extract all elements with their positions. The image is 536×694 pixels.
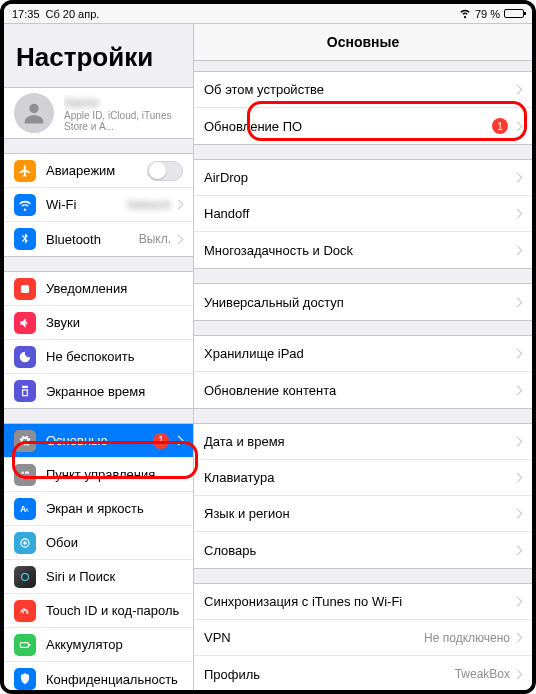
airdrop-label: AirDrop <box>204 170 514 185</box>
chevron-icon <box>514 350 522 357</box>
airplane-toggle[interactable] <box>147 161 183 181</box>
software-update-badge: 1 <box>492 118 508 134</box>
sidebar-item-general[interactable]: Основные 1 <box>4 424 193 458</box>
chevron-icon <box>514 671 522 678</box>
status-date: Сб 20 апр. <box>46 8 100 20</box>
detail-item-accessibility[interactable]: Универсальный доступ <box>194 284 532 320</box>
chevron-icon <box>514 598 522 605</box>
detail-item-background-refresh[interactable]: Обновление контента <box>194 372 532 408</box>
detail-item-datetime[interactable]: Дата и время <box>194 424 532 460</box>
profile-value: TweakBox <box>455 667 510 681</box>
detail-item-language[interactable]: Язык и регион <box>194 496 532 532</box>
wifi-value: Network <box>127 198 171 212</box>
detail-item-about[interactable]: Об этом устройстве <box>194 72 532 108</box>
svg-rect-4 <box>21 476 25 478</box>
chevron-icon <box>514 387 522 394</box>
detail-item-software-update[interactable]: Обновление ПО 1 <box>194 108 532 144</box>
bluetooth-label: Bluetooth <box>46 232 139 247</box>
account-row[interactable]: Name Apple ID, iCloud, iTunes Store и A.… <box>4 88 193 138</box>
vpn-value: Не подключено <box>424 631 510 645</box>
sidebar-item-bluetooth[interactable]: Bluetooth Выкл. <box>4 222 193 256</box>
wallpaper-icon <box>14 532 36 554</box>
chevron-icon <box>514 123 522 130</box>
display-icon: AA <box>14 498 36 520</box>
avatar-icon <box>14 93 54 133</box>
bluetooth-value: Выкл. <box>139 232 171 246</box>
sidebar-item-notifications[interactable]: Уведомления <box>4 272 193 306</box>
gear-icon <box>14 430 36 452</box>
dnd-label: Не беспокоить <box>46 349 183 364</box>
sidebar-item-privacy[interactable]: Конфиденциальность <box>4 662 193 690</box>
general-badge: 1 <box>153 433 169 449</box>
notifications-label: Уведомления <box>46 281 183 296</box>
airplane-label: Авиарежим <box>46 163 147 178</box>
keyboard-label: Клавиатура <box>204 470 514 485</box>
chevron-icon <box>175 236 183 243</box>
dictionary-label: Словарь <box>204 543 514 558</box>
sidebar-item-siri[interactable]: Siri и Поиск <box>4 560 193 594</box>
about-label: Об этом устройстве <box>204 82 514 97</box>
detail-item-handoff[interactable]: Handoff <box>194 196 532 232</box>
screentime-label: Экранное время <box>46 384 183 399</box>
battery-settings-icon <box>14 634 36 656</box>
profile-label: Профиль <box>204 667 455 682</box>
chevron-icon <box>514 510 522 517</box>
svg-point-10 <box>22 573 29 580</box>
vpn-label: VPN <box>204 630 424 645</box>
detail-item-dictionary[interactable]: Словарь <box>194 532 532 568</box>
sidebar-item-wallpaper[interactable]: Обои <box>4 526 193 560</box>
settings-title: Настройки <box>4 24 193 83</box>
battery-icon <box>504 9 524 18</box>
detail-item-itunes-sync[interactable]: Синхронизация с iTunes по Wi-Fi <box>194 584 532 620</box>
svg-point-0 <box>29 104 38 113</box>
screentime-icon <box>14 380 36 402</box>
touchid-label: Touch ID и код-пароль <box>46 603 183 618</box>
sidebar-item-display[interactable]: AA Экран и яркость <box>4 492 193 526</box>
detail-item-airdrop[interactable]: AirDrop <box>194 160 532 196</box>
accessibility-label: Универсальный доступ <box>204 295 514 310</box>
background-refresh-label: Обновление контента <box>204 383 514 398</box>
sidebar-item-battery[interactable]: Аккумулятор <box>4 628 193 662</box>
svg-rect-1 <box>21 284 29 292</box>
privacy-label: Конфиденциальность <box>46 672 183 687</box>
chevron-icon <box>514 174 522 181</box>
sidebar-item-screentime[interactable]: Экранное время <box>4 374 193 408</box>
dnd-icon <box>14 346 36 368</box>
airplane-icon <box>14 160 36 182</box>
datetime-label: Дата и время <box>204 434 514 449</box>
detail-item-vpn[interactable]: VPN Не подключено <box>194 620 532 656</box>
svg-rect-11 <box>20 642 28 647</box>
multitasking-label: Многозадачность и Dock <box>204 243 514 258</box>
storage-label: Хранилище iPad <box>204 346 514 361</box>
software-update-label: Обновление ПО <box>204 119 492 134</box>
chevron-icon <box>514 438 522 445</box>
sidebar-item-dnd[interactable]: Не беспокоить <box>4 340 193 374</box>
chevron-icon <box>514 634 522 641</box>
sidebar-item-wifi[interactable]: Wi-Fi Network <box>4 188 193 222</box>
siri-label: Siri и Поиск <box>46 569 183 584</box>
control-center-icon <box>14 464 36 486</box>
detail-pane: Основные Об этом устройстве Обновление П… <box>194 24 532 690</box>
svg-point-2 <box>22 471 24 473</box>
svg-point-5 <box>26 476 28 478</box>
sidebar-item-airplane[interactable]: Авиарежим <box>4 154 193 188</box>
detail-item-multitasking[interactable]: Многозадачность и Dock <box>194 232 532 268</box>
detail-title: Основные <box>194 24 532 61</box>
wifi-label: Wi-Fi <box>46 197 127 212</box>
svg-point-9 <box>23 541 27 545</box>
svg-text:A: A <box>25 506 29 512</box>
general-label: Основные <box>46 433 153 448</box>
status-time: 17:35 <box>12 8 40 20</box>
chevron-icon <box>175 437 183 444</box>
detail-item-profile[interactable]: Профиль TweakBox <box>194 656 532 690</box>
sidebar-item-touchid[interactable]: Touch ID и код-пароль <box>4 594 193 628</box>
chevron-icon <box>514 474 522 481</box>
touchid-icon <box>14 600 36 622</box>
handoff-label: Handoff <box>204 206 514 221</box>
wifi-icon <box>459 7 471 21</box>
detail-item-keyboard[interactable]: Клавиатура <box>194 460 532 496</box>
sidebar-item-sounds[interactable]: Звуки <box>4 306 193 340</box>
detail-item-storage[interactable]: Хранилище iPad <box>194 336 532 372</box>
sidebar-item-control-center[interactable]: Пункт управления <box>4 458 193 492</box>
status-bar: 17:35 Сб 20 апр. 79 % <box>4 4 532 24</box>
